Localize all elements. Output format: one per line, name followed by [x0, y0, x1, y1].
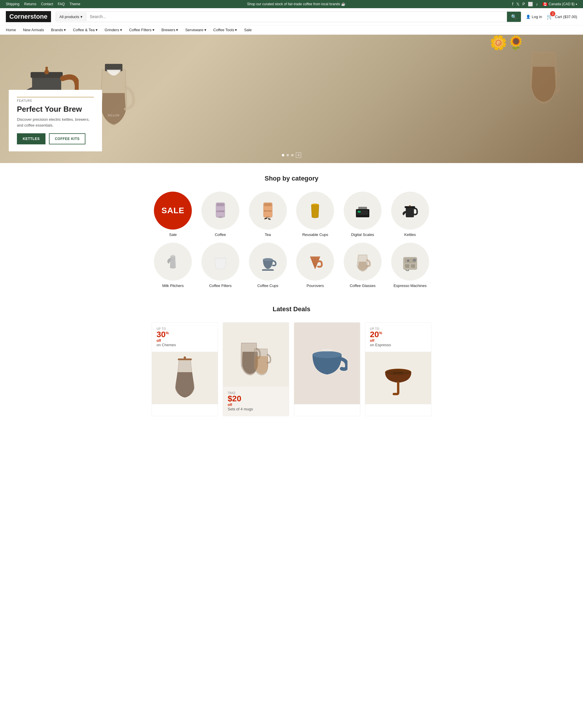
cart-label: Cart ($37.00): [555, 15, 577, 19]
hero-overlay-card: FEATURE Perfect Your Brew Discover preci…: [9, 90, 102, 151]
deal-card-chemex[interactable]: UP TO 30% off on Chemex: [151, 322, 218, 416]
sale-category-label: Sale: [169, 232, 177, 237]
banner-links[interactable]: Shipping Returns Contact FAQ Theme: [6, 2, 80, 6]
kettles-circle: [391, 192, 429, 230]
locale-chevron: [576, 2, 577, 6]
nav-grinders[interactable]: Grinders ▾: [105, 28, 122, 32]
svg-point-17: [268, 218, 271, 220]
user-icon: 👤: [526, 15, 530, 19]
svg-text:FELLOW: FELLOW: [108, 114, 120, 117]
reusable-cup-icon: [305, 200, 325, 221]
category-digital-scales[interactable]: Digital Scales: [341, 192, 384, 237]
deal-card-cup[interactable]: [294, 322, 360, 416]
category-milk-pitchers[interactable]: Milk Pitchers: [151, 243, 194, 288]
cart-button[interactable]: 🛒 2 Cart ($37.00): [547, 14, 577, 20]
category-tea[interactable]: Earl Grey Tea: [246, 192, 289, 237]
svg-point-11: [218, 216, 223, 218]
coffee-glasses-label: Coffee Glasses: [350, 284, 376, 288]
social-links[interactable]: f 𝕏 P ⬜ ♪: [512, 2, 538, 6]
hero-tag: FEATURE: [17, 97, 94, 102]
search-bar: All products ▾ 🔍: [56, 11, 521, 22]
theme-link[interactable]: Theme: [70, 2, 80, 6]
nav-coffee-tools-chevron: ▾: [235, 28, 237, 32]
category-coffee-filters[interactable]: Coffee Filters: [199, 243, 242, 288]
svg-point-27: [171, 255, 175, 257]
search-category-label: All products: [59, 15, 79, 19]
svg-point-43: [312, 351, 342, 358]
facebook-icon[interactable]: f: [512, 2, 513, 6]
deal-off-2: off: [228, 403, 284, 407]
header-actions: 👤 Log in 🛒 2 Cart ($37.00): [526, 14, 577, 20]
slide-dot-3[interactable]: [291, 154, 294, 156]
svg-point-40: [413, 259, 416, 262]
search-input[interactable]: [86, 12, 507, 21]
category-coffee-glasses[interactable]: Coffee Glasses: [341, 243, 384, 288]
nav-brewers[interactable]: Brewers ▾: [162, 28, 178, 32]
hero-section: FELLOW 🌼🌻 🥐 FEATURE Perfect Your Brew Di…: [0, 35, 583, 163]
search-category-dropdown[interactable]: All products ▾: [56, 12, 86, 21]
category-coffee[interactable]: COFFEE Coffee: [199, 192, 242, 237]
single-cup-svg: [307, 343, 348, 384]
reusable-cups-circle: [296, 192, 334, 230]
svg-rect-5: [46, 67, 48, 73]
category-espresso-machines[interactable]: Espresso Machines: [389, 243, 432, 288]
returns-link[interactable]: Returns: [24, 2, 36, 6]
category-pourovers[interactable]: Pourovers: [294, 243, 337, 288]
coffee-filters-label: Coffee Filters: [209, 284, 231, 288]
category-kettles[interactable]: Kettles: [389, 192, 432, 237]
twitter-icon[interactable]: 𝕏: [516, 2, 520, 6]
nav-brands[interactable]: Brands ▾: [51, 28, 66, 32]
svg-point-37: [408, 260, 409, 261]
nav-brewers-label: Brewers: [162, 28, 175, 32]
nav-serveware[interactable]: Serveware ▾: [185, 28, 206, 32]
svg-point-42: [184, 357, 186, 359]
tiktok-icon[interactable]: ♪: [536, 2, 538, 6]
logo[interactable]: Cornerstone: [6, 11, 51, 22]
faq-link[interactable]: FAQ: [58, 2, 65, 6]
banner-message: Shop our curated stock of fair-trade cof…: [247, 2, 345, 6]
svg-text:Earl Grey: Earl Grey: [264, 210, 271, 212]
kettles-button[interactable]: KETTLES: [17, 133, 46, 145]
coffee-kits-button[interactable]: COFFEE KITS: [49, 133, 85, 145]
locale-selector[interactable]: 🇨🇦 Canada (CAD $): [543, 2, 577, 6]
svg-point-44: [321, 349, 333, 352]
category-coffee-cups[interactable]: Coffee Cups: [246, 243, 289, 288]
deal-discount-4: 20%: [370, 331, 426, 339]
digital-scales-label: Digital Scales: [351, 232, 374, 237]
deal-off-4: off: [370, 339, 426, 343]
category-reusable-cups[interactable]: Reusable Cups: [294, 192, 337, 237]
svg-rect-13: [264, 203, 272, 206]
deals-grid: UP TO 30% off on Chemex: [151, 322, 432, 416]
nav-coffee-filters[interactable]: Coffee Filters ▾: [129, 28, 155, 32]
nav-home[interactable]: Home: [6, 28, 16, 32]
pinterest-icon[interactable]: P: [522, 2, 525, 6]
deal-image-chemex: [152, 352, 218, 404]
nav-serveware-chevron: ▾: [204, 28, 206, 32]
locale-label: Canada (CAD $): [549, 2, 575, 6]
digital-scales-circle: [344, 192, 382, 230]
kettle-icon: [400, 200, 420, 221]
espresso-machines-label: Espresso Machines: [393, 284, 426, 288]
shipping-link[interactable]: Shipping: [6, 2, 20, 6]
category-sale[interactable]: SALE Sale: [151, 192, 194, 237]
nav-brewers-chevron: ▾: [176, 28, 178, 32]
nav-new-arrivals[interactable]: New Arrivals: [23, 28, 44, 32]
tea-category-label: Tea: [265, 232, 271, 237]
nav-sale[interactable]: Sale: [244, 28, 252, 32]
hero-pause-button[interactable]: ⏸: [296, 153, 301, 158]
nav-coffee-tea[interactable]: Coffee & Tea ▾: [73, 28, 98, 32]
search-icon: 🔍: [511, 14, 517, 19]
search-button[interactable]: 🔍: [507, 12, 521, 22]
slide-dot-1[interactable]: [282, 154, 284, 156]
hero-buttons: KETTLES COFFEE KITS: [17, 133, 94, 145]
instagram-icon[interactable]: ⬜: [528, 2, 533, 6]
deal-card-espresso[interactable]: UP TO 20% off on Espresso grounds: [365, 322, 432, 416]
slide-dot-2[interactable]: [286, 154, 289, 156]
login-link[interactable]: 👤 Log in: [526, 15, 542, 19]
nav-coffee-tools[interactable]: Coffee Tools ▾: [213, 28, 237, 32]
coffee-circle: COFFEE: [201, 192, 239, 230]
deal-card-mugs[interactable]: TAKE $20 off Sets of 4 mugs: [223, 322, 289, 416]
search-category-chevron: ▾: [80, 15, 83, 19]
nav-coffee-tools-label: Coffee Tools: [213, 28, 234, 32]
contact-link[interactable]: Contact: [41, 2, 53, 6]
